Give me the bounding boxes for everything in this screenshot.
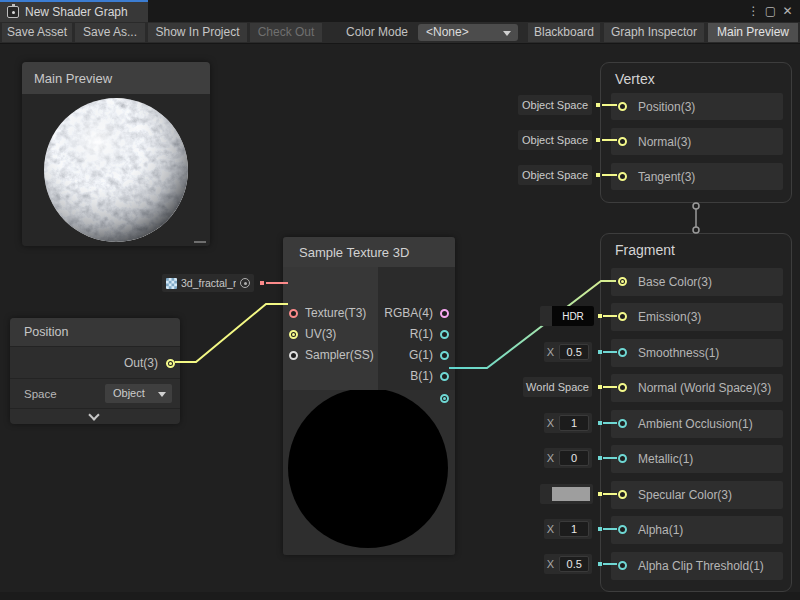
fragment-row-alpha-clip[interactable]: Alpha Clip Threshold(1) [611, 552, 783, 580]
resize-handle[interactable] [194, 241, 206, 243]
main-preview-button[interactable]: Main Preview [708, 23, 798, 42]
title-bar: New Shader Graph ⋮ ▢ ✕ [0, 0, 800, 22]
vertex-node[interactable]: Vertex Position(3) Normal(3) Tangent(3) [600, 62, 792, 203]
widget-dot [598, 314, 602, 318]
fragment-row-alpha[interactable]: Alpha(1) [611, 516, 783, 544]
metallic-value-field[interactable]: 0 [559, 450, 589, 466]
color-mode-value: <None> [426, 25, 469, 39]
widget-line [603, 528, 617, 530]
show-in-project-button[interactable]: Show In Project [148, 23, 247, 42]
x-prefix: X [547, 558, 554, 570]
normal-space-widget[interactable]: Object Space [518, 130, 592, 150]
sample-texture-3d-node[interactable]: Sample Texture 3D Texture(T3) UV(3) Samp… [283, 237, 455, 555]
fragment-row-smoothness-label: Smoothness(1) [638, 346, 719, 360]
vertex-row-position[interactable]: Position(3) [611, 93, 783, 120]
port-ambient-occlusion[interactable] [618, 419, 627, 428]
port-tangent[interactable] [618, 172, 627, 181]
metallic-value-widget[interactable]: X 0 [544, 448, 592, 468]
main-preview-title: Main Preview [34, 71, 112, 86]
fragment-row-normal-ws-label: Normal (World Space)(3) [638, 381, 771, 395]
fragment-node[interactable]: Fragment Base Color(3) Emission(3) Smoot… [600, 233, 792, 592]
texture-thumbnail-icon [166, 278, 177, 289]
position-node-title: Position [24, 325, 68, 339]
tangent-space-widget[interactable]: Object Space [518, 165, 592, 185]
save-as-button[interactable]: Save As... [75, 23, 145, 42]
port-specular-color[interactable] [618, 490, 627, 499]
main-preview-panel[interactable]: Main Preview [22, 62, 210, 246]
fragment-row-metallic[interactable]: Metallic(1) [611, 445, 783, 473]
tab-new-shader-graph[interactable]: New Shader Graph [0, 2, 148, 22]
sample-texture-3d-header[interactable]: Sample Texture 3D [283, 237, 455, 267]
alpha-clip-value-widget[interactable]: X 0.5 [544, 554, 592, 574]
port-uv[interactable] [289, 330, 298, 339]
position-space-widget[interactable]: Object Space [518, 95, 592, 115]
smoothness-value-field[interactable]: 0.5 [559, 344, 589, 360]
space-dropdown[interactable]: Object [105, 384, 172, 403]
shader-graph-icon [7, 6, 19, 18]
fragment-row-base-color[interactable]: Base Color(3) [611, 268, 783, 296]
position-node[interactable]: Position Out(3) Space Object [10, 318, 180, 424]
position-out-label: Out(3) [124, 356, 158, 370]
port-position[interactable] [618, 102, 627, 111]
port-a[interactable] [440, 394, 449, 403]
fragment-row-normal-ws[interactable]: Normal (World Space)(3) [611, 374, 783, 402]
port-alpha[interactable] [618, 525, 627, 534]
port-texture[interactable] [289, 309, 298, 318]
edge-position-to-uv[interactable] [175, 304, 288, 362]
sample-texture-3d-title: Sample Texture 3D [299, 245, 409, 260]
fragment-row-smoothness[interactable]: Smoothness(1) [611, 339, 783, 367]
port-g[interactable] [440, 351, 449, 360]
fragment-row-emission[interactable]: Emission(3) [611, 303, 783, 331]
widget-line [602, 104, 617, 106]
ao-value-widget[interactable]: X 1 [544, 413, 592, 433]
color-swatch[interactable] [552, 487, 590, 501]
ao-value-field[interactable]: 1 [559, 415, 589, 431]
texture-object-field[interactable]: 3d_fractal_n [162, 274, 254, 292]
specular-color-widget[interactable] [540, 484, 593, 504]
alpha-value-widget[interactable]: X 1 [544, 519, 592, 539]
smoothness-value-widget[interactable]: X 0.5 [544, 342, 592, 362]
menu-icon[interactable]: ⋮ [745, 4, 762, 18]
emission-color-widget[interactable]: HDR [540, 306, 594, 326]
port-out[interactable] [166, 359, 175, 368]
graph-bottom-edge [0, 592, 800, 600]
port-alpha-clip[interactable] [618, 561, 627, 570]
tab-title: New Shader Graph [25, 5, 128, 19]
port-b[interactable] [440, 372, 449, 381]
main-preview-viewport[interactable] [22, 94, 210, 246]
port-base-color[interactable] [618, 277, 627, 286]
fragment-row-specular-color[interactable]: Specular Color(3) [611, 481, 783, 509]
black-sphere-preview [288, 390, 448, 548]
fragment-row-base-color-label: Base Color(3) [638, 275, 712, 289]
port-sampler[interactable] [289, 351, 298, 360]
color-mode-dropdown[interactable]: <None> [418, 24, 518, 41]
port-emission[interactable] [618, 312, 627, 321]
normal-ws-space-label: World Space [526, 381, 589, 393]
port-r[interactable] [440, 330, 449, 339]
blackboard-button[interactable]: Blackboard [528, 23, 600, 42]
alpha-value-field[interactable]: 1 [559, 521, 589, 537]
save-asset-button[interactable]: Save Asset [2, 23, 72, 42]
main-preview-header[interactable]: Main Preview [22, 62, 210, 94]
normal-ws-space-widget[interactable]: World Space [523, 377, 592, 397]
fragment-row-alpha-label: Alpha(1) [638, 523, 683, 537]
maximize-icon[interactable]: ▢ [762, 4, 779, 18]
vertex-row-normal[interactable]: Normal(3) [611, 128, 783, 155]
color-mode-label: Color Mode [342, 23, 412, 42]
widget-dot [596, 138, 600, 142]
graph-inspector-button[interactable]: Graph Inspector [604, 23, 704, 42]
check-out-button: Check Out [250, 23, 322, 42]
port-normal[interactable] [618, 137, 627, 146]
fragment-row-ambient-occlusion[interactable]: Ambient Occlusion(1) [611, 410, 783, 438]
port-normal-ws[interactable] [618, 383, 627, 392]
alpha-clip-value-field[interactable]: 0.5 [559, 556, 589, 572]
port-rgba[interactable] [440, 309, 449, 318]
connector-top-knob[interactable] [693, 203, 699, 209]
object-picker-icon[interactable] [240, 278, 250, 288]
position-node-header[interactable]: Position [10, 318, 180, 346]
port-metallic[interactable] [618, 454, 627, 463]
port-smoothness[interactable] [618, 348, 627, 357]
close-icon[interactable]: ✕ [779, 4, 796, 18]
vertex-row-tangent[interactable]: Tangent(3) [611, 163, 783, 190]
position-collapse-row[interactable] [10, 408, 180, 423]
